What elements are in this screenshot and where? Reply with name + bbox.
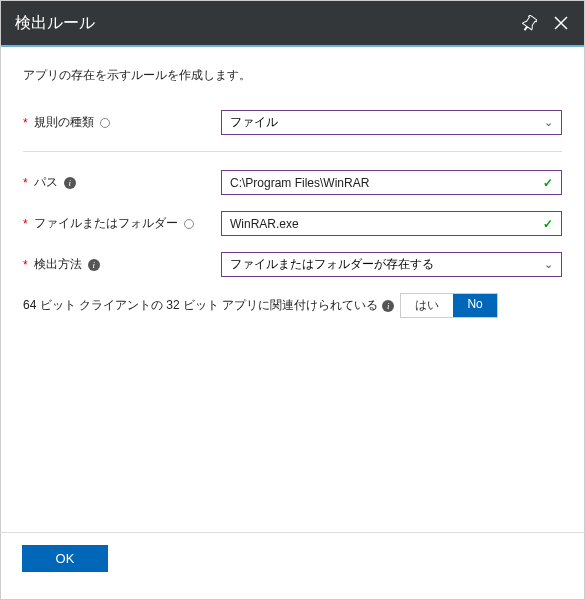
input-value: C:\Program Files\WinRAR <box>230 176 369 190</box>
path-input[interactable]: C:\Program Files\WinRAR ✓ <box>221 170 562 195</box>
required-marker: * <box>23 116 28 130</box>
dialog-header: 検出ルール <box>1 1 584 47</box>
chevron-down-icon: ⌄ <box>544 116 553 129</box>
detection-method-label: * 検出方法 i <box>23 256 221 273</box>
detection-method-row: * 検出方法 i ファイルまたはフォルダーが存在する ⌄ <box>23 252 562 277</box>
assoc-32bit-toggle: はい No <box>400 293 497 318</box>
divider <box>23 151 562 152</box>
info-icon[interactable] <box>100 118 110 128</box>
file-or-folder-label: * ファイルまたはフォルダー <box>23 215 221 232</box>
rule-type-select[interactable]: ファイル ⌄ <box>221 110 562 135</box>
path-row: * パス i C:\Program Files\WinRAR ✓ <box>23 170 562 195</box>
info-icon[interactable]: i <box>64 177 76 189</box>
file-or-folder-input[interactable]: WinRAR.exe ✓ <box>221 211 562 236</box>
label-text: パス <box>34 174 58 191</box>
dialog-title: 検出ルール <box>15 13 95 34</box>
label-text: 規則の種類 <box>34 114 94 131</box>
info-icon[interactable] <box>184 219 194 229</box>
rule-type-label: * 規則の種類 <box>23 114 221 131</box>
rule-type-row: * 規則の種類 ファイル ⌄ <box>23 110 562 135</box>
label-text: ファイルまたはフォルダー <box>34 215 178 232</box>
checkmark-icon: ✓ <box>543 176 553 190</box>
checkmark-icon: ✓ <box>543 217 553 231</box>
detection-method-select[interactable]: ファイルまたはフォルダーが存在する ⌄ <box>221 252 562 277</box>
toggle-yes[interactable]: はい <box>401 294 453 317</box>
info-icon[interactable]: i <box>88 259 100 271</box>
dialog-content: アプリの存在を示すルールを作成します。 * 規則の種類 ファイル ⌄ * パス … <box>1 47 584 537</box>
pin-icon[interactable] <box>520 14 538 32</box>
info-icon[interactable]: i <box>382 300 394 312</box>
label-text: 64 ビット クライアントの 32 ビット アプリに関連付けられている <box>23 297 378 314</box>
file-or-folder-field: WinRAR.exe ✓ <box>221 211 562 236</box>
close-icon[interactable] <box>552 14 570 32</box>
detection-method-field: ファイルまたはフォルダーが存在する ⌄ <box>221 252 562 277</box>
chevron-down-icon: ⌄ <box>544 258 553 271</box>
header-controls <box>520 14 570 32</box>
required-marker: * <box>23 258 28 272</box>
path-label: * パス i <box>23 174 221 191</box>
file-or-folder-row: * ファイルまたはフォルダー WinRAR.exe ✓ <box>23 211 562 236</box>
rule-type-field: ファイル ⌄ <box>221 110 562 135</box>
description-text: アプリの存在を示すルールを作成します。 <box>23 67 562 84</box>
select-value: ファイル <box>230 114 278 131</box>
ok-button[interactable]: OK <box>22 545 108 572</box>
input-value: WinRAR.exe <box>230 217 299 231</box>
assoc-32bit-row: 64 ビット クライアントの 32 ビット アプリに関連付けられている i はい… <box>23 293 562 318</box>
required-marker: * <box>23 176 28 190</box>
select-value: ファイルまたはフォルダーが存在する <box>230 256 434 273</box>
path-field: C:\Program Files\WinRAR ✓ <box>221 170 562 195</box>
label-text: 検出方法 <box>34 256 82 273</box>
assoc-32bit-label: 64 ビット クライアントの 32 ビット アプリに関連付けられている i <box>23 297 394 314</box>
required-marker: * <box>23 217 28 231</box>
dialog-footer: OK <box>0 532 585 584</box>
toggle-no[interactable]: No <box>453 294 496 317</box>
